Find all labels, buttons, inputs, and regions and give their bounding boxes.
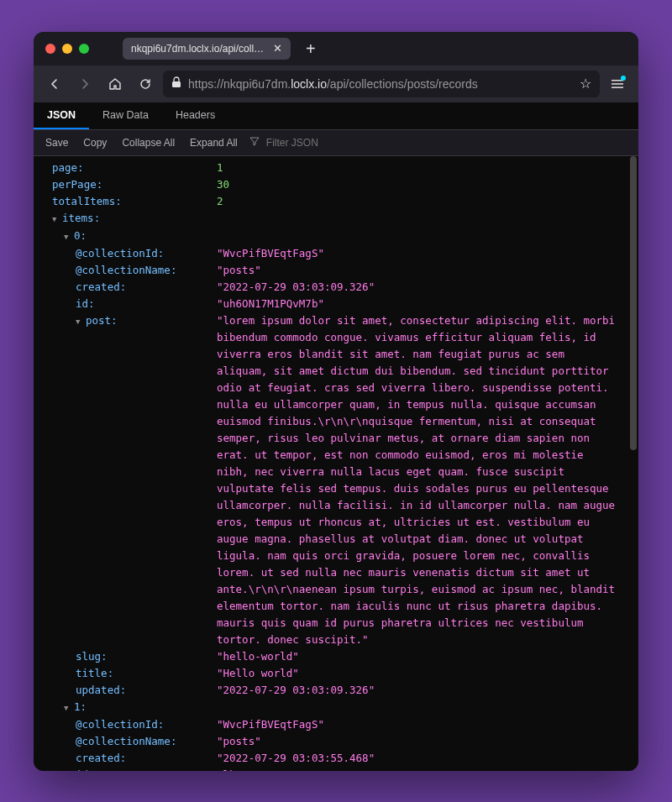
lock-icon <box>171 76 181 91</box>
bookmark-star-icon[interactable]: ☆ <box>580 76 591 92</box>
collapse-all-button[interactable]: Collapse All <box>115 134 181 152</box>
app-menu-wrap <box>605 71 630 97</box>
twisty-icon[interactable]: ▼ <box>64 700 72 716</box>
twisty-icon[interactable]: ▼ <box>64 228 72 245</box>
twisty-icon[interactable]: ▼ <box>52 211 60 228</box>
expand-all-button[interactable]: Expand All <box>183 134 244 152</box>
filter-json-input[interactable] <box>261 134 633 152</box>
json-key[interactable]: @collectionId <box>76 718 164 731</box>
json-key[interactable]: @collectionName <box>76 735 176 747</box>
json-key[interactable]: updated <box>76 684 126 696</box>
json-value: lorem ipsum dolor sit amet, consectetur … <box>217 314 615 646</box>
browser-window: nkqpi6u7dm.loclx.io/api/collections/p ✕ … <box>34 32 638 771</box>
reload-button[interactable] <box>133 71 158 97</box>
url-bar[interactable]: https://nkqpi6u7dm.loclx.io/api/collecti… <box>163 71 600 97</box>
app-menu-button[interactable] <box>605 71 630 97</box>
json-key[interactable]: created <box>76 752 126 764</box>
forward-button[interactable] <box>72 71 97 97</box>
copy-button[interactable]: Copy <box>76 134 113 152</box>
json-key[interactable]: id <box>76 297 95 310</box>
json-value: WvcPifBVEqtFagS <box>217 718 324 731</box>
json-key[interactable]: @collectionName <box>76 264 176 276</box>
json-key[interactable]: 0 <box>74 229 87 242</box>
json-value: posts <box>217 264 261 276</box>
json-key[interactable]: id <box>76 768 95 771</box>
json-key[interactable]: perPage <box>52 178 102 191</box>
tab-json[interactable]: JSON <box>34 102 89 129</box>
tab-headers[interactable]: Headers <box>162 102 228 129</box>
maximize-window-button[interactable] <box>79 44 89 54</box>
json-key[interactable]: created <box>76 280 126 293</box>
json-value: uh6ON17M1PQvM7b <box>217 297 324 310</box>
json-value: posts <box>217 735 261 747</box>
save-button[interactable]: Save <box>39 134 75 152</box>
json-toolbar: Save Copy Collapse All Expand All <box>34 130 638 156</box>
json-value: 1 <box>217 161 223 174</box>
close-window-button[interactable] <box>45 44 55 54</box>
json-key[interactable]: post <box>86 314 118 327</box>
json-panel[interactable]: page1 perPage30 totalItems2 ▼items ▼0 @c… <box>34 156 638 771</box>
json-value: 2022-07-29 03:03:09.326 <box>217 684 375 696</box>
traffic-lights <box>45 44 89 54</box>
scrollbar-thumb[interactable] <box>630 156 637 450</box>
json-key[interactable]: page <box>52 161 84 174</box>
tab-close-icon[interactable]: ✕ <box>273 43 282 54</box>
json-value: 2022-07-29 03:03:55.468 <box>217 752 375 764</box>
new-tab-button[interactable]: + <box>306 40 316 57</box>
json-key[interactable]: title <box>76 667 113 679</box>
json-value: hello-world <box>217 650 299 663</box>
minimize-window-button[interactable] <box>62 44 72 54</box>
nav-toolbar: https://nkqpi6u7dm.loclx.io/api/collecti… <box>34 66 638 102</box>
svg-rect-3 <box>612 86 623 88</box>
notification-dot-icon <box>621 76 626 81</box>
json-viewer-tabs: JSON Raw Data Headers <box>34 102 638 130</box>
titlebar: nkqpi6u7dm.loclx.io/api/collections/p ✕ … <box>34 32 638 66</box>
home-button[interactable] <box>102 71 128 97</box>
json-value: 2022-07-29 03:03:09.326 <box>217 280 375 293</box>
browser-tab[interactable]: nkqpi6u7dm.loclx.io/api/collections/p ✕ <box>123 38 291 60</box>
json-value: Hello world <box>217 667 299 679</box>
url-text: https://nkqpi6u7dm.loclx.io/api/collecti… <box>188 77 573 91</box>
twisty-icon[interactable]: ▼ <box>76 313 84 330</box>
svg-rect-0 <box>172 81 181 87</box>
json-key[interactable]: slug <box>76 650 108 663</box>
filter-icon <box>249 136 260 149</box>
json-value: lk4Zp5nvuStwRzJ <box>217 768 324 771</box>
tab-raw-data[interactable]: Raw Data <box>89 102 162 129</box>
json-key[interactable]: 1 <box>74 700 87 713</box>
json-key[interactable]: @collectionId <box>76 247 164 259</box>
json-value: WvcPifBVEqtFagS <box>217 247 324 259</box>
json-key[interactable]: items <box>62 212 100 224</box>
svg-rect-2 <box>612 83 623 85</box>
back-button[interactable] <box>42 71 67 97</box>
tab-title: nkqpi6u7dm.loclx.io/api/collections/p <box>131 43 266 55</box>
json-key[interactable]: totalItems <box>52 195 122 207</box>
json-value: 2 <box>217 195 223 207</box>
json-value: 30 <box>217 178 229 191</box>
